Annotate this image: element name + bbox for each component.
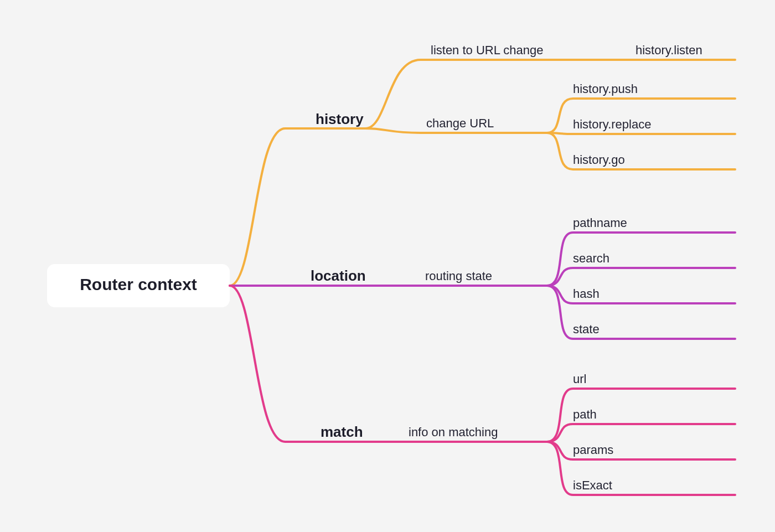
leaf-location-hash: hash: [573, 287, 600, 301]
root-label: Router context: [80, 275, 197, 293]
edge-info-path: [547, 424, 735, 442]
leaf-history-push: history.push: [573, 82, 638, 96]
match-sub-info-label: info on matching: [409, 425, 498, 439]
leaf-history-listen: history.listen: [636, 43, 702, 57]
leaf-match-path: path: [573, 407, 597, 421]
mindmap-canvas: Router context history listen to URL cha…: [0, 0, 775, 532]
location-sub-routing-label: routing state: [425, 269, 492, 283]
edge-root-history: [230, 128, 365, 286]
branch-history-label: history: [316, 111, 364, 127]
leaf-location-state: state: [573, 322, 600, 336]
leaf-match-params: params: [573, 443, 613, 457]
leaf-match-isexact: isExact: [573, 478, 612, 492]
branch-match-label: match: [321, 423, 363, 440]
leaf-location-pathname: pathname: [573, 216, 627, 230]
leaf-location-search: search: [573, 251, 609, 265]
leaf-history-replace: history.replace: [573, 117, 651, 131]
history-sub-listen-label: listen to URL change: [431, 43, 543, 57]
edge-change-replace: [547, 133, 735, 134]
edge-routing-search: [547, 268, 735, 286]
edge-root-match: [230, 286, 365, 442]
history-sub-change-label: change URL: [426, 116, 494, 130]
leaf-match-url: url: [573, 372, 586, 386]
leaf-history-go: history.go: [573, 153, 625, 167]
branch-location-label: location: [311, 267, 366, 284]
